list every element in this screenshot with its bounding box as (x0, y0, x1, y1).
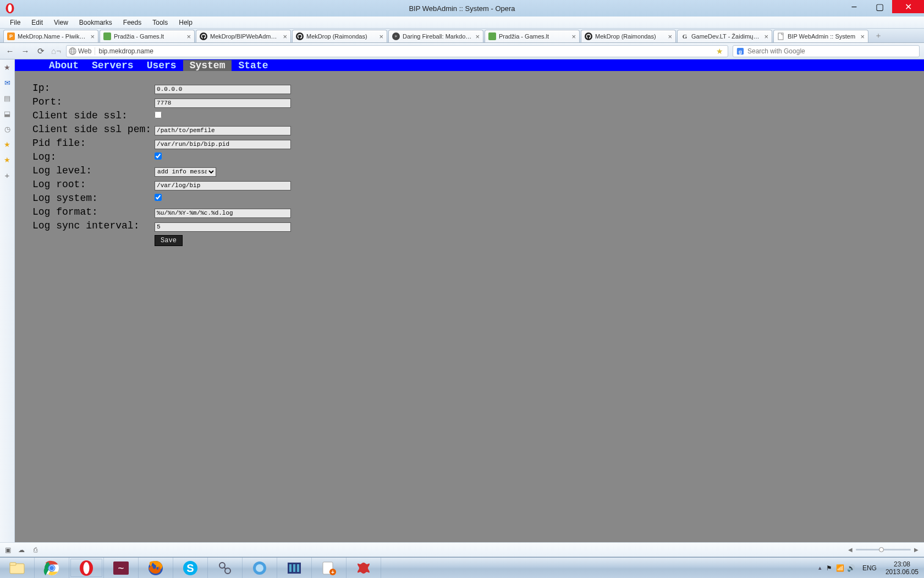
log-checkbox[interactable] (155, 152, 162, 160)
camera-icon[interactable]: ⎙ (31, 546, 40, 554)
client-ssl-pem-input[interactable] (155, 126, 291, 135)
save-button[interactable]: Save (155, 235, 183, 246)
tab-close-icon[interactable]: × (860, 32, 865, 41)
tab-close-icon[interactable]: × (283, 32, 287, 41)
tab-strip: PMekDrop.Name - Piwik…× Pradžia - Games.… (0, 29, 924, 43)
home-button[interactable]: ⌂¬ (51, 46, 62, 57)
notes-icon[interactable]: ▤ (3, 94, 12, 102)
maximize-button[interactable]: ▢ (867, 0, 892, 13)
menu-feeds[interactable]: Feeds (118, 19, 147, 26)
search-field[interactable]: g (733, 45, 920, 57)
tab-close-icon[interactable]: × (668, 32, 672, 41)
history-icon[interactable]: ◷ (3, 124, 12, 133)
tab-close-icon[interactable]: × (379, 32, 383, 41)
log-sync-input[interactable] (155, 222, 291, 232)
tab[interactable]: Pradžia - Games.lt× (100, 30, 195, 42)
svg-point-15 (50, 566, 54, 570)
task-skype[interactable]: S (173, 558, 208, 578)
add-panel-icon[interactable]: + (3, 171, 12, 179)
page-nav: About Servers Users System State (15, 59, 924, 71)
tab-close-icon[interactable]: × (186, 32, 191, 41)
tab-close-icon[interactable]: × (90, 32, 95, 41)
tab-close-icon[interactable]: × (475, 32, 480, 41)
menu-tools[interactable]: Tools (147, 19, 173, 26)
tab[interactable]: Pradžia - Games.lt× (485, 30, 580, 42)
task-app[interactable]: + (312, 558, 346, 578)
svg-rect-29 (289, 564, 292, 572)
bookmarks-icon[interactable]: ★ (3, 63, 12, 72)
downloads-icon[interactable]: ⬓ (3, 109, 12, 118)
tab-close-icon[interactable]: × (571, 32, 576, 41)
task-opera[interactable] (69, 558, 104, 578)
task-app[interactable] (208, 558, 243, 578)
close-button[interactable]: ✕ (892, 0, 924, 13)
nav-system[interactable]: System (183, 60, 232, 71)
task-app[interactable] (243, 558, 277, 578)
network-icon[interactable]: 📶 (835, 564, 846, 572)
search-input[interactable] (747, 47, 916, 55)
svg-point-27 (256, 564, 263, 572)
svg-point-4 (585, 32, 592, 40)
menu-help[interactable]: Help (173, 19, 198, 26)
nav-state[interactable]: State (232, 60, 274, 71)
volume-icon[interactable]: 🔊 (846, 564, 857, 572)
language-indicator[interactable]: ENG (857, 564, 882, 572)
log-format-input[interactable] (155, 209, 291, 218)
star-icon[interactable]: ★ (3, 140, 12, 149)
task-app[interactable] (277, 558, 312, 578)
minimize-button[interactable]: – (842, 0, 867, 13)
menu-edit[interactable]: Edit (26, 19, 48, 26)
tray-expand-icon[interactable]: ▴ (818, 564, 824, 571)
tab-active[interactable]: BIP WebAdmin :: System× (773, 30, 868, 42)
forward-button[interactable]: → (20, 46, 31, 57)
client-ssl-checkbox[interactable] (155, 111, 162, 118)
tab[interactable]: MekDrop (Raimondas)× (292, 30, 387, 42)
log-system-checkbox[interactable] (155, 194, 162, 201)
label-log-sync: Log sync interval: (32, 220, 153, 232)
task-firefox[interactable] (139, 558, 173, 578)
zoom-slider[interactable] (856, 549, 911, 550)
zoom-out-icon[interactable]: ◀ (848, 547, 853, 553)
panel-toggle-icon[interactable]: ▣ (3, 546, 12, 554)
mail-icon[interactable]: ✉ (3, 78, 12, 87)
task-app[interactable] (346, 558, 381, 578)
task-chrome[interactable] (35, 558, 69, 578)
task-terminal[interactable]: ~ (104, 558, 139, 578)
zoom-in-icon[interactable]: ▶ (914, 547, 919, 553)
ip-input[interactable] (155, 85, 291, 94)
menu-bookmarks[interactable]: Bookmarks (74, 19, 118, 26)
clock[interactable]: 23:08 2013.06.05 (882, 560, 924, 576)
nav-about[interactable]: About (42, 60, 85, 71)
new-tab-button[interactable]: ＋ (872, 30, 885, 42)
nav-users[interactable]: Users (140, 60, 183, 71)
opera-app-icon (2, 1, 18, 16)
svg-text:g: g (739, 48, 742, 54)
gamedev-icon: G (681, 32, 689, 40)
menu-file[interactable]: File (4, 19, 26, 26)
cloud-icon[interactable]: ☁ (17, 546, 26, 554)
tab[interactable]: MekDrop (Raimondas)× (581, 30, 676, 42)
menu-view[interactable]: View (48, 19, 74, 26)
games-icon (488, 32, 496, 40)
reload-button[interactable]: ⟳ (35, 46, 46, 57)
web-badge: Web (69, 47, 95, 55)
menubar: File Edit View Bookmarks Feeds Tools Hel… (0, 17, 924, 29)
back-button[interactable]: ← (4, 46, 15, 57)
log-root-input[interactable] (155, 181, 291, 190)
tab-close-icon[interactable]: × (764, 32, 768, 41)
github-icon (200, 32, 207, 40)
pid-file-input[interactable] (155, 140, 291, 149)
tab[interactable]: ✶Daring Fireball: Markdo…× (388, 30, 483, 42)
url-field[interactable]: Web bip.mekdrop.name ★ (66, 45, 728, 57)
nav-servers[interactable]: Servers (85, 60, 140, 71)
log-level-select[interactable]: add info messages (155, 167, 216, 177)
tab[interactable]: GGameDev.LT - Žaidimų…× (677, 30, 772, 42)
task-explorer[interactable] (0, 558, 35, 578)
tab[interactable]: MekDrop/BIPWebAdm…× (196, 30, 291, 42)
flag-icon[interactable]: ⚑ (824, 564, 835, 572)
svg-text:~: ~ (118, 562, 124, 574)
bookmark-star-icon[interactable]: ★ (716, 47, 723, 56)
star-icon[interactable]: ★ (3, 155, 12, 164)
tab[interactable]: PMekDrop.Name - Piwik…× (3, 30, 98, 42)
port-input[interactable] (155, 99, 291, 108)
